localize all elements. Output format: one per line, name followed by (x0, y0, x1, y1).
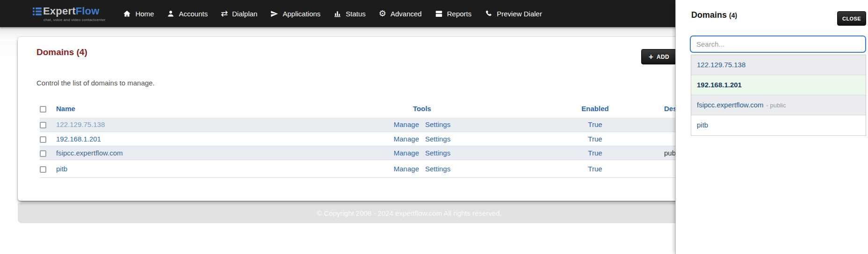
add-button[interactable]: + ADD (641, 49, 677, 64)
row-checkbox[interactable] (40, 122, 46, 128)
swap-arrows-icon: ⇄ (221, 9, 228, 18)
gear-icon: ⚙ (379, 9, 386, 18)
nav-item-dialplan[interactable]: ⇄ Dialplan (221, 9, 257, 18)
manage-link[interactable]: Manage (394, 165, 419, 173)
settings-link[interactable]: Settings (425, 120, 450, 128)
logo-tagline: chat, voice and video contactcenter (43, 18, 105, 22)
manage-link[interactable]: Manage (394, 120, 419, 128)
nav-item-applications[interactable]: Applications (270, 10, 320, 18)
search-input[interactable] (690, 35, 866, 53)
archive-icon (435, 10, 443, 18)
plus-icon: + (649, 53, 653, 61)
phone-icon (485, 10, 492, 18)
nav-item-home[interactable]: Home (123, 10, 154, 18)
brand-logo[interactable]: ExpertFlow chat, voice and video contact… (33, 5, 105, 22)
nav-menu: Home Accounts ⇄ Dialplan Applications St… (123, 9, 542, 18)
logo-wordmark: ExpertFlow (43, 5, 100, 17)
user-icon (167, 10, 174, 18)
nav-item-status[interactable]: Status (333, 10, 366, 18)
domain-name-link[interactable]: 192.168.1.201 (56, 135, 101, 143)
nav-item-advanced[interactable]: ⚙ Advanced (379, 9, 422, 18)
row-checkbox[interactable] (40, 166, 46, 173)
domain-name-link[interactable]: pitb (56, 165, 67, 173)
panel-title: Domains (4) (691, 10, 737, 20)
settings-link[interactable]: Settings (425, 135, 450, 143)
nav-item-reports[interactable]: Reports (435, 10, 472, 18)
panel-domain-list: 122.129.75.138 192.168.1.201 fsipcc.expe… (691, 55, 866, 136)
header-tools: Tools (318, 99, 526, 118)
list-item-domain[interactable]: fsipcc.expertflow.com- public (691, 95, 866, 115)
list-item-domain[interactable]: pitb (691, 115, 866, 135)
close-button[interactable]: CLOSE (837, 11, 866, 26)
select-all-checkbox[interactable] (40, 106, 46, 113)
paper-plane-icon (270, 10, 278, 18)
nav-item-accounts[interactable]: Accounts (167, 10, 208, 18)
enabled-value: True (588, 120, 602, 128)
enabled-value: True (588, 149, 602, 157)
settings-link[interactable]: Settings (425, 149, 450, 157)
list-item-domain-selected[interactable]: 192.168.1.201 (691, 75, 866, 95)
home-icon (123, 10, 131, 18)
header-enabled: Enabled (526, 99, 664, 118)
page-subtitle: Control the list of domains to manage. (36, 79, 155, 87)
enabled-value: True (588, 165, 602, 173)
domain-name-link[interactable]: 122.129.75.138 (56, 120, 105, 128)
domain-name-link[interactable]: fsipcc.expertflow.com (56, 149, 123, 157)
list-item-domain[interactable]: 122.129.75.138 (691, 55, 866, 75)
logo-icon (33, 7, 42, 16)
row-checkbox[interactable] (40, 136, 46, 143)
domain-selector-panel: Domains (4) CLOSE 122.129.75.138 192.168… (675, 0, 868, 254)
page-title: Domains (4) (36, 47, 87, 57)
enabled-value: True (588, 135, 602, 143)
row-checkbox[interactable] (40, 150, 46, 157)
nav-item-preview-dialer[interactable]: Preview Dialer (485, 10, 542, 18)
manage-link[interactable]: Manage (394, 149, 419, 157)
manage-link[interactable]: Manage (394, 135, 419, 143)
bar-chart-icon (333, 10, 341, 18)
header-name: Name (56, 99, 318, 118)
panel-count: (4) (729, 12, 737, 19)
domain-note: - public (767, 102, 786, 109)
settings-link[interactable]: Settings (425, 165, 450, 173)
